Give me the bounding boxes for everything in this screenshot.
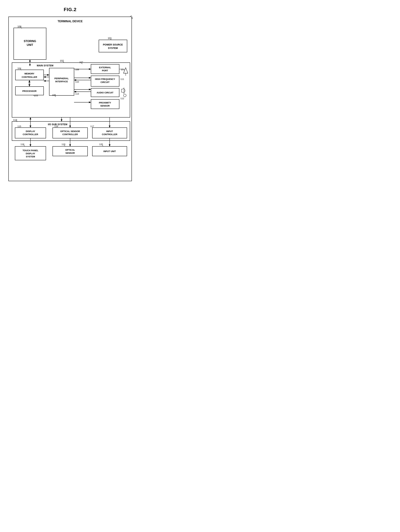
ref-110-label: 110 — [75, 81, 79, 83]
arrow-up-mem-proc — [29, 80, 30, 82]
memory-ctrl-label-1: MEMORY — [25, 72, 34, 75]
opt-sensor-ctrl-label-1: OPTICAL SENSOR — [60, 130, 80, 133]
speaker-wave — [124, 89, 125, 92]
memory-controller-box — [15, 70, 44, 80]
storing-unit-label-2: UNIT — [27, 44, 33, 46]
display-ctrl-label-1: DISPLAY — [26, 130, 35, 133]
ref-111-label: 111 — [120, 78, 124, 80]
arrow-periph-input-ctrl — [109, 126, 111, 128]
touch-panel-label-3: SYSTEM — [26, 155, 35, 158]
page-container: FIG.2 1 TERMINAL DEVICE 106 STORING UNIT… — [3, 3, 133, 186]
arrow-input-ctrl-unit — [109, 144, 111, 146]
speaker-icon — [121, 88, 124, 93]
arrow-opt-ctrl-sensor — [69, 144, 71, 146]
mic-icon — [124, 94, 126, 97]
ref-103-label: 103 — [34, 94, 38, 97]
ref-107-label: 107 — [79, 61, 83, 63]
proximity-label-2: SENSOR — [100, 105, 110, 107]
arrow-down-storing — [29, 64, 31, 66]
hf-circuit-label-2: CIRCUIT — [100, 81, 110, 83]
power-source-box — [99, 40, 127, 52]
arrow-down-mem-proc — [29, 84, 30, 87]
input-ctrl-label-2: CONTROLLER — [102, 133, 118, 136]
arrow-periph-opt-ctrl — [69, 126, 71, 128]
hf-circuit-label-1: HIGH FREQUENCY — [95, 78, 115, 80]
arrow-main-io — [61, 119, 62, 121]
arrow-display-touch — [30, 144, 31, 146]
arrow-periph-audio-1 — [89, 89, 91, 90]
terminal-device-label: TERMINAL DEVICE — [58, 20, 83, 23]
ref-101-label: 101 — [108, 37, 112, 39]
proximity-label-1: PROXIMITY — [99, 101, 111, 104]
ref-109-label: 109 — [121, 68, 125, 71]
arrow-mem-periph — [47, 74, 49, 76]
ref-117-label: 117 — [90, 125, 94, 128]
input-unit-label: INPUT UNIT — [103, 150, 116, 152]
ref-106-label: 106 — [18, 25, 22, 28]
power-source-label-1: POWER SOURCE — [103, 43, 123, 46]
arrow-periph-prox — [89, 101, 91, 103]
touch-panel-label-2: DISPLAY — [26, 152, 35, 155]
memory-ctrl-label-2: CONTROLLER — [22, 76, 37, 78]
ref-108-label: 108 — [75, 68, 79, 71]
arrow-display-periph-up — [30, 117, 31, 119]
arrow-periph-display — [30, 126, 31, 128]
opt-sensor-ctrl-box — [53, 128, 88, 138]
periph-label-2: INTERFACE — [55, 80, 68, 83]
ref-104-label: 104 — [18, 67, 21, 70]
input-controller-box — [92, 128, 127, 138]
arrow-periph-hf-1 — [89, 77, 91, 79]
main-system-label: MAIN SYSTEM — [37, 64, 53, 67]
ref-1-label: 1 — [131, 16, 133, 19]
arrow-periph-mem-2 — [44, 80, 46, 82]
ref-115-label: 115 — [18, 125, 21, 128]
ref-113-label: 113 — [75, 93, 79, 95]
audio-circuit-label: AUDIO CIRCUIT — [97, 91, 113, 94]
figure-title: FIG.2 — [7, 7, 133, 12]
opt-sensor-label-1: OPTICAL — [65, 149, 75, 151]
ref-112-label: 112 — [120, 97, 124, 100]
arrow-up-storing — [29, 60, 31, 62]
diagram: 1 TERMINAL DEVICE 106 STORING UNIT 101 P… — [7, 15, 133, 183]
ref-116-label: 116 — [54, 125, 58, 128]
proximity-sensor-box — [91, 99, 119, 109]
input-ctrl-label-1: INPUT — [106, 130, 113, 133]
ref-102-label: 102 — [60, 59, 64, 62]
arrow-periph-mem — [44, 76, 46, 78]
touch-panel-label-1: TOUCH PANEL — [23, 149, 38, 152]
arrow-periph-audio-2 — [74, 91, 76, 93]
ref-120-label: 120 — [99, 143, 103, 146]
external-port-box — [91, 64, 119, 74]
opt-sensor-label-2: SENSOR — [65, 152, 75, 154]
ext-port-label-2: PORT — [102, 69, 108, 72]
optical-sensor-box — [53, 146, 88, 156]
storing-unit-label-1: STORING — [24, 40, 36, 43]
ext-port-label-1: EXTERNAL — [99, 66, 111, 69]
processor-label: PROCESSOR — [22, 90, 37, 92]
ref-105-label: 105 — [52, 94, 56, 96]
display-controller-box — [15, 128, 46, 138]
power-source-label-2: SYSTEM — [108, 47, 118, 50]
arrow-periph-extport — [89, 68, 91, 70]
opt-sensor-ctrl-label-2: CONTROLLER — [62, 133, 78, 136]
periph-label-1: PERIPHERAL — [54, 77, 69, 80]
ref-119-label: 119 — [62, 143, 65, 146]
ref-114-label: 114 — [13, 119, 17, 121]
display-ctrl-label-2: CONTROLLER — [23, 133, 38, 136]
